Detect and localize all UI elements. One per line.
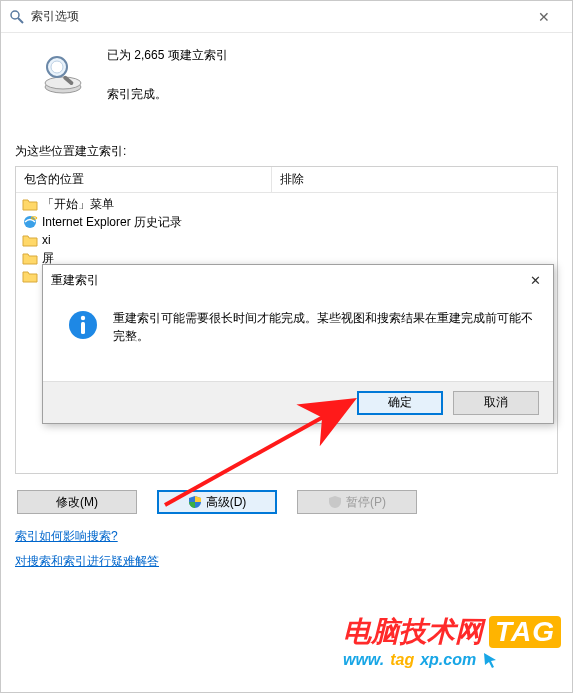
list-item[interactable]: 「开始」菜单 [16,195,557,213]
magnifier-drive-icon [39,51,87,99]
modal-close-button[interactable]: ✕ [505,273,545,288]
folder-icon [22,233,38,247]
shield-icon [328,495,342,509]
pause-button: 暂停(P) [297,490,417,514]
modal-buttons: 确定 取消 [43,381,553,423]
svg-line-1 [18,18,23,23]
index-status-text: 索引完成。 [107,86,228,103]
indexed-count-text: 已为 2,665 项建立索引 [107,47,228,64]
info-icon [67,309,99,341]
location-label: Internet Explorer 历史记录 [42,214,182,231]
svg-point-5 [51,61,63,73]
svg-point-0 [11,11,19,19]
advanced-button[interactable]: 高级(D) [157,490,277,514]
list-item[interactable]: xi [16,231,557,249]
svg-rect-11 [81,322,85,334]
pause-button-label: 暂停(P) [346,494,386,511]
folder-icon [22,197,38,211]
status-texts: 已为 2,665 项建立索引 索引完成。 [107,45,228,103]
modify-button-label: 修改(M) [56,494,98,511]
close-button[interactable]: ✕ [524,9,564,25]
locations-label: 为这些位置建立索引: [15,143,558,160]
modal-title: 重建索引 [51,272,505,289]
advanced-button-label: 高级(D) [206,494,247,511]
locations-header: 包含的位置 排除 [16,167,557,193]
ie-icon [22,214,38,230]
shield-icon [188,495,202,509]
modal-titlebar: 重建索引 ✕ [43,265,553,295]
cancel-button-label: 取消 [484,394,508,411]
search-index-icon [9,9,25,25]
col-excluded-header[interactable]: 排除 [272,167,557,192]
help-link-troubleshoot[interactable]: 对搜索和索引进行疑难解答 [15,553,159,570]
ok-button-label: 确定 [388,394,412,411]
ok-button[interactable]: 确定 [357,391,443,415]
modify-button[interactable]: 修改(M) [17,490,137,514]
window-title: 索引选项 [31,8,524,25]
rebuild-index-dialog: 重建索引 ✕ 重建索引可能需要很长时间才能完成。某些视图和搜索结果在重建完成前可… [42,264,554,424]
svg-point-3 [45,77,81,89]
list-item[interactable]: Internet Explorer 历史记录 [16,213,557,231]
svg-point-10 [81,316,85,320]
titlebar: 索引选项 ✕ [1,1,572,33]
status-area: 已为 2,665 项建立索引 索引完成。 [15,45,558,103]
modal-message: 重建索引可能需要很长时间才能完成。某些视图和搜索结果在重建完成前可能不完整。 [113,309,533,345]
button-row: 修改(M) 高级(D) 暂停(P) [15,490,558,514]
help-link-search[interactable]: 索引如何影响搜索? [15,528,118,545]
location-label: 「开始」菜单 [42,196,114,213]
folder-icon [22,251,38,265]
cancel-button[interactable]: 取消 [453,391,539,415]
folder-icon [22,269,38,283]
col-included-header[interactable]: 包含的位置 [16,167,272,192]
modal-body: 重建索引可能需要很长时间才能完成。某些视图和搜索结果在重建完成前可能不完整。 [43,295,553,355]
location-label: xi [42,233,51,247]
help-links: 索引如何影响搜索? 对搜索和索引进行疑难解答 [15,528,558,578]
